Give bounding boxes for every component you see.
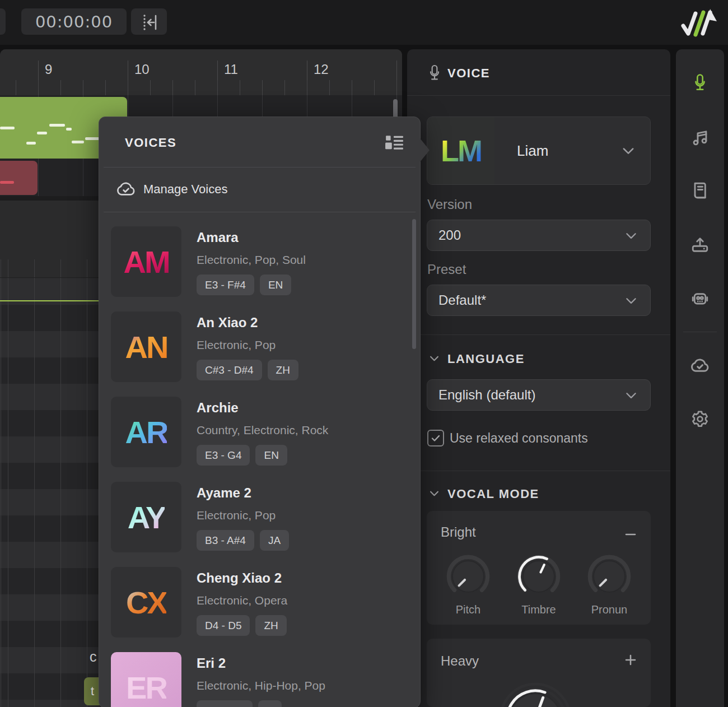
- timecode-value: 00:00:00: [35, 12, 113, 31]
- voice-list-item[interactable]: CX Cheng Xiao 2 Electronic, Opera D4 - D…: [111, 567, 408, 638]
- jump-to-marker-button[interactable]: [131, 8, 167, 35]
- timeline-ruler[interactable]: 9 10 11 12: [0, 49, 402, 95]
- language-section-title[interactable]: LANGUAGE: [447, 352, 525, 366]
- list-view-icon[interactable]: [385, 134, 404, 150]
- voice-avatar: ER: [111, 652, 181, 707]
- voice-lang-tag: ZH: [255, 615, 286, 636]
- robot-icon: [690, 289, 710, 309]
- pitch-knob-label: Pitch: [445, 603, 492, 616]
- divider: [407, 334, 670, 335]
- divider: [407, 95, 670, 96]
- lyric-text: c: [90, 649, 97, 665]
- voice-panel-title: VOICE: [447, 66, 490, 81]
- sidebar-ai-tab[interactable]: [686, 285, 714, 313]
- sidebar-dictionary-tab[interactable]: [686, 176, 714, 204]
- voice-range-tag: E3 - F#4: [197, 275, 254, 295]
- voice-range-tag: E3 - G4: [197, 445, 250, 466]
- voice-list-item[interactable]: AR Archie Country, Electronic, Rock E3 -…: [111, 397, 408, 467]
- gear-icon: [690, 409, 710, 429]
- knob-dial: [515, 553, 562, 600]
- voice-lang-tag: EN: [255, 445, 287, 466]
- voice-lang-tag: EN: [260, 275, 291, 295]
- language-dropdown[interactable]: English (default): [427, 379, 651, 411]
- vocal-mode-bright-card: Bright Pitch Timbre: [427, 511, 651, 625]
- note-preview: [26, 142, 36, 145]
- preset-value: Default*: [438, 292, 626, 308]
- divider: [407, 471, 670, 471]
- sidebar-voice-tab[interactable]: [686, 69, 714, 97]
- timbre-knob[interactable]: Timbre: [515, 553, 562, 616]
- voice-list-item[interactable]: AM Amara Electronic, Pop, Soul E3 - F#4E…: [111, 226, 408, 297]
- upload-icon: [690, 235, 710, 255]
- voice-tags: D4 - D5ZH: [197, 615, 292, 636]
- manage-voices-item[interactable]: Manage Voices: [99, 168, 420, 211]
- bar-number: 9: [45, 62, 52, 77]
- voice-tags: E3 - F#4EN: [197, 275, 297, 295]
- voice-avatar: CX: [111, 567, 181, 638]
- jump-to-marker-icon: [139, 12, 159, 32]
- sidebar-cloud-tab[interactable]: [686, 351, 714, 379]
- chevron-down-icon: [622, 147, 634, 155]
- partial-toolbar-button[interactable]: [0, 8, 6, 35]
- voice-list-item[interactable]: ER Eri 2 Electronic, Hip-Hop, Pop: [111, 652, 408, 707]
- note-preview: [37, 132, 47, 134]
- collapse-chevron-icon[interactable]: [430, 490, 439, 496]
- note-preview: [66, 128, 72, 131]
- voice-avatar: AY: [111, 482, 181, 552]
- voice-avatar-letters: AY: [128, 499, 165, 536]
- voice-range-tag: [197, 700, 253, 707]
- sidebar-notes-tab[interactable]: [686, 123, 714, 151]
- minus-icon[interactable]: [624, 528, 637, 541]
- relaxed-consonants-checkbox[interactable]: [427, 430, 444, 446]
- voice-avatar-letters: AN: [125, 329, 167, 365]
- voice-name: Cheng Xiao 2: [197, 570, 282, 586]
- voice-name: An Xiao 2: [197, 315, 258, 331]
- voice-genres: Electronic, Pop, Soul: [197, 253, 306, 267]
- preset-dropdown[interactable]: Default*: [427, 285, 651, 316]
- voice-range-tag: B3 - A#4: [197, 530, 254, 551]
- chevron-down-icon: [626, 232, 637, 239]
- chevron-down-icon: [626, 297, 637, 304]
- tool-sidebar: [676, 49, 724, 707]
- vocal-mode-section-title[interactable]: VOCAL MODE: [447, 487, 539, 501]
- voice-tags: [197, 700, 287, 707]
- note-preview: [72, 141, 84, 143]
- vocal-clip-red[interactable]: [0, 161, 38, 195]
- voice-avatar: AR: [111, 397, 181, 467]
- heavy-main-knob[interactable]: [427, 660, 651, 707]
- pronun-knob-label: Pronun: [586, 603, 633, 616]
- voice-panel: VOICE LM Liam Version 200 Preset Default…: [407, 49, 670, 707]
- voice-range-tag: C#3 - D#4: [197, 360, 262, 380]
- app-logo: [679, 6, 724, 40]
- bar-number: 12: [314, 62, 329, 77]
- knob-dial: [445, 553, 492, 600]
- cloud-check-icon: [115, 180, 137, 198]
- cloud-check-icon: [689, 355, 711, 376]
- voice-lang-tag: [258, 700, 282, 707]
- collapse-chevron-icon[interactable]: [430, 355, 439, 361]
- voices-popup: VOICES Manage Voices AM Amara Electronic…: [99, 117, 421, 707]
- voice-tags: B3 - A#4JA: [197, 530, 295, 551]
- pronun-knob[interactable]: Pronun: [586, 553, 633, 616]
- pitch-knob[interactable]: Pitch: [445, 553, 492, 616]
- voice-tags: E3 - G4EN: [197, 445, 293, 466]
- preset-label: Preset: [427, 262, 466, 277]
- sidebar-settings-tab[interactable]: [686, 405, 714, 433]
- note-preview: [0, 127, 15, 129]
- timecode-display[interactable]: 00:00:00: [21, 8, 127, 35]
- voice-avatar-letters: AM: [123, 244, 169, 280]
- knob-row: Pitch Timbre Pronun: [427, 553, 651, 616]
- divider: [104, 212, 416, 212]
- voice-genres: Electronic, Opera: [197, 594, 287, 607]
- voices-popup-scrollbar[interactable]: [412, 219, 416, 349]
- version-dropdown[interactable]: 200: [427, 220, 651, 251]
- chevron-down-icon: [626, 392, 637, 399]
- voice-list-item[interactable]: AN An Xiao 2 Electronic, Pop C#3 - D#4ZH: [111, 311, 408, 382]
- voice-genres: Electronic, Hip-Hop, Pop: [197, 679, 325, 692]
- ruler-minor-ticks: [0, 80, 402, 95]
- voice-selector[interactable]: LM Liam: [427, 117, 651, 185]
- note-preview: [0, 181, 14, 184]
- sidebar-export-tab[interactable]: [686, 231, 714, 259]
- voice-range-tag: D4 - D5: [197, 615, 250, 636]
- voice-list-item[interactable]: AY Ayame 2 Electronic, Pop B3 - A#4JA: [111, 482, 408, 552]
